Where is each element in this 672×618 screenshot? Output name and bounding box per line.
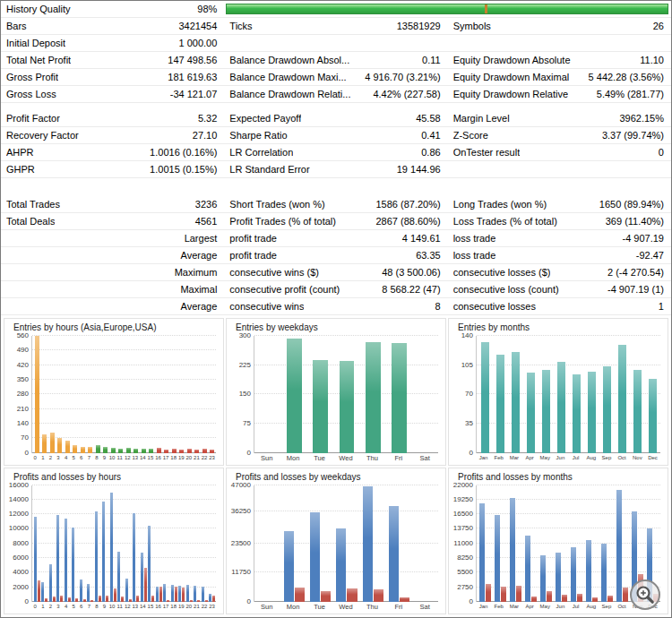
stat-label: Initial Deposit bbox=[6, 38, 65, 48]
bar-slot bbox=[125, 336, 133, 453]
bar-slot bbox=[170, 485, 178, 603]
stat-value: -92.47 bbox=[631, 250, 664, 261]
stats-cell: Balance Drawdown Relati...4.42% (227.58) bbox=[224, 89, 447, 99]
x-tick-label: 3 bbox=[55, 453, 63, 463]
stats-cell: Equity Drawdown Absolute11.10 bbox=[448, 55, 671, 65]
stat-value: 0.41 bbox=[416, 130, 440, 141]
stats-row: Initial Deposit1 000.00 bbox=[1, 35, 671, 52]
bars-layer bbox=[255, 485, 438, 603]
bar-slot bbox=[109, 485, 117, 603]
x-tick-label: Jul bbox=[568, 453, 583, 463]
y-tick-label: 6000 bbox=[13, 554, 29, 562]
bar-slot bbox=[185, 336, 194, 453]
bar-slot bbox=[493, 485, 508, 603]
stat-label: LR Standard Error bbox=[229, 164, 309, 175]
bar-slot bbox=[360, 485, 386, 603]
stats-cell: profit trade63.35 bbox=[224, 250, 447, 261]
bar-slot bbox=[386, 485, 412, 603]
chart-bar-loss bbox=[129, 599, 132, 602]
y-tick-label: 4000 bbox=[13, 569, 29, 576]
zoom-button[interactable] bbox=[630, 579, 660, 610]
chart-bar bbox=[573, 374, 582, 453]
stats-cell: LR Correlation0.86 bbox=[224, 147, 447, 158]
bar-slot bbox=[148, 485, 156, 603]
chart-bar-loss bbox=[60, 596, 63, 602]
stats-cell: Balance Drawdown Maxi...4 916.70 (3.21%) bbox=[224, 72, 447, 82]
stat-value: 3421454 bbox=[174, 21, 218, 31]
x-tick-label: Fri bbox=[385, 602, 411, 612]
chart-bar bbox=[313, 360, 328, 453]
y-tick-label: 35 bbox=[465, 420, 473, 427]
x-tick-label: Mon bbox=[280, 602, 306, 612]
y-tick-label: 0 bbox=[470, 598, 473, 605]
x-tick-label: Apr bbox=[522, 602, 538, 612]
charts-grid: Entries by hours (Asia,Europe,USA)070140… bbox=[2, 316, 670, 616]
chart-bar-loss bbox=[400, 597, 409, 602]
chart-bar-loss bbox=[562, 595, 567, 602]
chart-bar bbox=[50, 433, 55, 452]
y-tick-label: 36250 bbox=[231, 508, 251, 515]
bar-slot bbox=[79, 485, 87, 603]
stats-cell: loss trade-92.47 bbox=[448, 250, 671, 261]
bar-slot bbox=[64, 336, 72, 453]
stat-value: Maximum bbox=[169, 267, 218, 278]
stats-cell: consecutive wins ($)48 (3 500.06) bbox=[224, 267, 447, 278]
y-tick-label: 5500 bbox=[457, 569, 473, 576]
x-tick-label: Tue bbox=[306, 453, 332, 463]
bar-slot bbox=[209, 485, 217, 603]
bar-slot bbox=[117, 336, 125, 453]
chart-bar bbox=[496, 355, 505, 452]
bar-slot bbox=[599, 485, 615, 603]
stats-row: Bars3421454Ticks13581929Symbols26 bbox=[1, 18, 671, 35]
chart-bar-loss bbox=[205, 600, 208, 602]
x-tick-label: 15 bbox=[147, 453, 155, 463]
stat-label: Symbols bbox=[453, 21, 491, 31]
chart-bar bbox=[187, 449, 192, 453]
stat-value: 27.10 bbox=[187, 130, 218, 141]
stat-label: loss trade bbox=[453, 233, 496, 244]
y-tick-label: 70 bbox=[465, 391, 473, 398]
chart-bar-loss bbox=[374, 589, 383, 602]
bar-slot bbox=[478, 336, 493, 453]
bar-slot bbox=[48, 485, 56, 603]
stat-label: Equity Drawdown Absolute bbox=[453, 55, 571, 65]
chart-bar-profit bbox=[284, 531, 294, 602]
stat-label: Balance Drawdown Relati... bbox=[229, 89, 350, 99]
bar-slot bbox=[538, 485, 554, 603]
stat-label: Profit Trades (% of total) bbox=[229, 216, 336, 227]
x-tick-label: Jul bbox=[568, 602, 583, 612]
x-tick-label: 11 bbox=[116, 602, 124, 612]
x-tick-label: 17 bbox=[162, 602, 170, 612]
x-tick-label: 2 bbox=[47, 453, 55, 463]
stat-value: 1 000.00 bbox=[174, 38, 218, 48]
x-tick-label: 7 bbox=[85, 602, 93, 612]
chart-bar-profit bbox=[72, 528, 74, 602]
stat-label: Gross Loss bbox=[6, 89, 56, 99]
stat-value: 63.35 bbox=[410, 250, 441, 261]
chart-bar-profit bbox=[117, 552, 120, 602]
stats-cell: AHPR1.0016 (0.16%) bbox=[1, 147, 224, 158]
x-tick-label: Wed bbox=[332, 602, 358, 612]
history-quality-gap-marker bbox=[485, 4, 487, 13]
stat-label: Bars bbox=[6, 21, 27, 31]
chart-bar-profit bbox=[540, 555, 546, 602]
stat-value: -34 121.07 bbox=[165, 89, 218, 99]
chart-bar-profit bbox=[65, 519, 67, 602]
y-tick-label: 16000 bbox=[9, 482, 29, 489]
y-tick-label: 0 bbox=[25, 450, 29, 457]
x-tick-label: 0 bbox=[31, 453, 39, 463]
bar-slot bbox=[94, 485, 102, 603]
stats-cell: Maximum bbox=[1, 267, 224, 278]
x-tick-label: Mar bbox=[506, 602, 521, 612]
bar-slot bbox=[538, 336, 554, 453]
chart-bar-profit bbox=[156, 587, 159, 602]
stats-cell: consecutive profit (count)8 568.22 (47) bbox=[224, 284, 447, 295]
bar-slot bbox=[386, 336, 412, 453]
bar-slot bbox=[41, 485, 49, 603]
bar-slot bbox=[170, 336, 178, 453]
x-tick-label: Fri bbox=[385, 453, 411, 463]
bar-slot bbox=[493, 336, 508, 453]
chart-bar-profit bbox=[209, 594, 211, 602]
chart-bar bbox=[149, 449, 153, 453]
chart-bar-loss bbox=[114, 588, 116, 602]
